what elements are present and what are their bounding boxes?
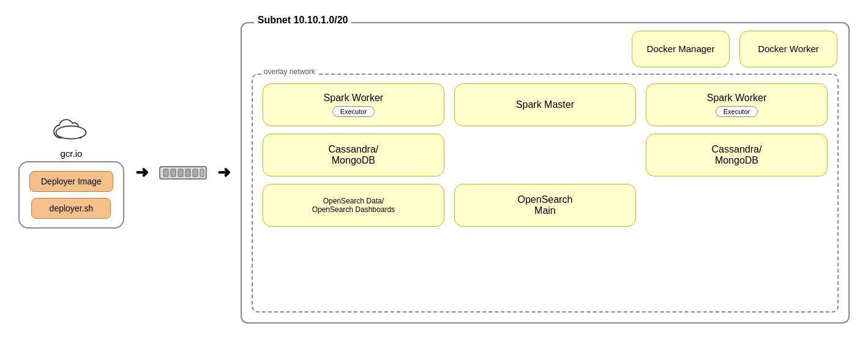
overlay-container: overlay network Spark Worker Executor Sp… <box>252 74 839 313</box>
spark-master-box: Spark Master <box>454 83 636 126</box>
arrow-to-subnet: ➜ <box>217 163 231 182</box>
left-section: gcr.io Deployer Image deployer.sh <box>18 117 124 229</box>
docker-worker-label: Docker Worker <box>758 44 819 54</box>
diagram-container: gcr.io Deployer Image deployer.sh ➜ ➜ <box>18 12 850 333</box>
subnet-container: Subnet 10.10.1.0/20 Docker Manager Docke… <box>241 22 850 324</box>
overlay-label: overlay network <box>261 67 318 76</box>
cassandra-2-line2: MongoDB <box>715 155 758 166</box>
network-switch <box>159 161 208 185</box>
switch-icon <box>159 161 208 185</box>
svg-rect-5 <box>185 169 190 176</box>
svg-rect-2 <box>163 169 168 176</box>
opensearch-data-box: OpenSearch Data/ OpenSearch Dashboards <box>263 184 444 227</box>
svg-rect-3 <box>171 169 176 176</box>
arrow-right-icon-2: ➜ <box>217 163 231 182</box>
opensearch-main-box: OpenSearch Main <box>454 184 636 227</box>
spark-worker-executor-2: Spark Worker Executor <box>646 83 828 126</box>
cassandra-2-line1: Cassandra/ <box>712 144 762 155</box>
arrow-right-icon: ➜ <box>135 163 149 182</box>
deployer-sh-label: deployer.sh <box>50 203 94 213</box>
svg-rect-7 <box>200 169 204 176</box>
docker-top-row: Docker Manager Docker Worker <box>252 31 839 67</box>
svg-rect-4 <box>178 169 183 176</box>
opensearch-data-line2: OpenSearch Dashboards <box>312 205 395 214</box>
empty-cell-2 <box>646 184 828 227</box>
docker-manager-box: Docker Manager <box>632 31 730 67</box>
opensearch-main-line1: OpenSearch <box>517 194 572 205</box>
main-grid: Spark Worker Executor Spark Master Spark… <box>263 83 828 227</box>
subnet-label: Subnet 10.10.1.0/20 <box>254 15 352 26</box>
svg-rect-6 <box>193 169 198 176</box>
cassandra-1-line1: Cassandra/ <box>328 144 378 155</box>
spark-worker-executor-1: Spark Worker Executor <box>263 83 444 126</box>
opensearch-data-line1: OpenSearch Data/ <box>323 197 384 205</box>
cassandra-1-line2: MongoDB <box>332 155 375 166</box>
spark-master-label: Spark Master <box>516 99 574 110</box>
svg-point-0 <box>56 126 86 138</box>
cloud-label: gcr.io <box>60 148 82 159</box>
cloud-icon <box>50 117 92 145</box>
deployer-box: Deployer Image deployer.sh <box>18 161 124 229</box>
empty-cell-1 <box>454 134 636 176</box>
cassandra-mongodb-1: Cassandra/ MongoDB <box>263 134 444 176</box>
docker-manager-label: Docker Manager <box>647 44 715 54</box>
docker-worker-box: Docker Worker <box>739 31 837 67</box>
arrow-to-switch: ➜ <box>135 163 149 182</box>
executor-badge-1: Executor <box>332 106 375 117</box>
spark-worker-2-line1: Spark Worker <box>707 93 767 104</box>
deployer-image-box: Deployer Image <box>29 171 113 192</box>
cassandra-mongodb-2: Cassandra/ MongoDB <box>646 134 828 176</box>
executor-badge-2: Executor <box>716 106 758 117</box>
right-section: Subnet 10.10.1.0/20 Docker Manager Docke… <box>241 22 850 324</box>
deployer-image-label: Deployer Image <box>41 176 102 186</box>
spark-worker-1-line1: Spark Worker <box>324 93 384 104</box>
deployer-sh-box: deployer.sh <box>31 198 111 219</box>
opensearch-main-line2: Main <box>534 205 556 216</box>
